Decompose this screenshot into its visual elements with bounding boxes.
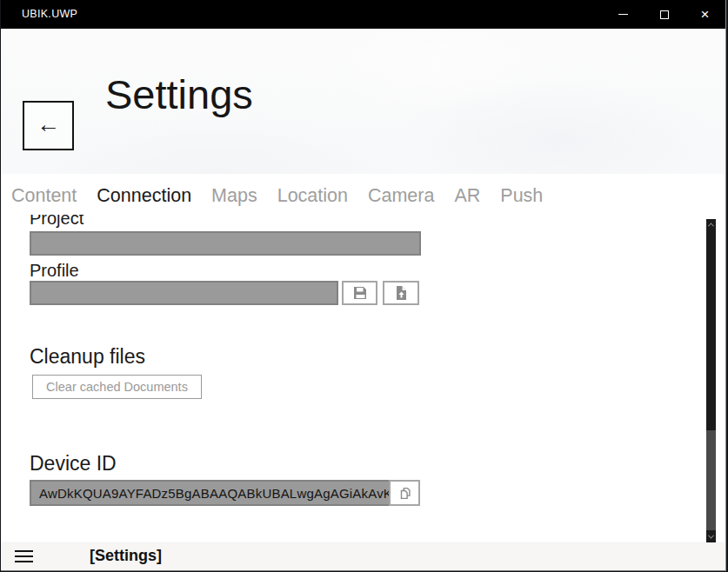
document-upload-icon [393,285,409,301]
save-profile-button[interactable] [342,281,377,305]
window-controls: × [603,0,725,29]
tab-ar[interactable]: AR [454,185,480,215]
project-input[interactable] [30,231,421,256]
chevron-up-icon [708,223,714,229]
desktop-background: UBIK.UWP × Settings ← Content [0,0,728,572]
app-window: UBIK.UWP × Settings ← Content [1,0,726,571]
profile-label: Profile [30,260,79,281]
tab-camera[interactable]: Camera [368,185,434,215]
scrollbar-thumb[interactable] [706,430,716,530]
tab-content[interactable]: Content [11,185,77,215]
title-bar: UBIK.UWP × [1,0,725,29]
page-header: Settings ← [1,29,725,174]
back-arrow-icon: ← [37,111,60,138]
project-label: Project [30,215,83,229]
device-id-input[interactable] [30,480,391,506]
vertical-scrollbar[interactable] [706,219,716,542]
tab-maps[interactable]: Maps [211,185,257,215]
profile-input[interactable] [30,281,338,305]
settings-tab-strip: Content Connection Maps Location Camera … [1,174,725,215]
bottom-app-bar: [Settings] [1,543,725,570]
clear-cached-documents-button[interactable]: Clear cached Documents [32,375,202,399]
tab-push[interactable]: Push [500,185,543,215]
load-profile-button[interactable] [383,281,419,305]
copy-icon [397,486,412,501]
settings-scroll-viewport: Project Profile [1,215,725,543]
save-icon [352,285,368,301]
window-title: UBIK.UWP [22,8,77,20]
scroll-up-button[interactable] [706,219,716,230]
back-button[interactable]: ← [23,101,74,150]
hamburger-menu-button[interactable] [15,550,33,562]
hamburger-icon [15,550,33,552]
device-id-heading: Device ID [30,450,117,476]
page-title: Settings [105,70,253,118]
maximize-button[interactable] [644,0,685,29]
close-button[interactable]: × [685,0,725,29]
app-bar-label: [Settings] [90,547,162,565]
minimize-icon [618,14,628,16]
scroll-down-button[interactable] [706,531,716,542]
maximize-icon [660,10,669,19]
minimize-button[interactable] [603,0,644,29]
cleanup-files-heading: Cleanup files [30,343,145,369]
tab-connection[interactable]: Connection [97,185,191,215]
copy-device-id-button[interactable] [389,480,420,506]
tab-location[interactable]: Location [277,185,348,215]
chevron-down-icon [708,533,714,539]
close-icon: × [701,7,710,22]
